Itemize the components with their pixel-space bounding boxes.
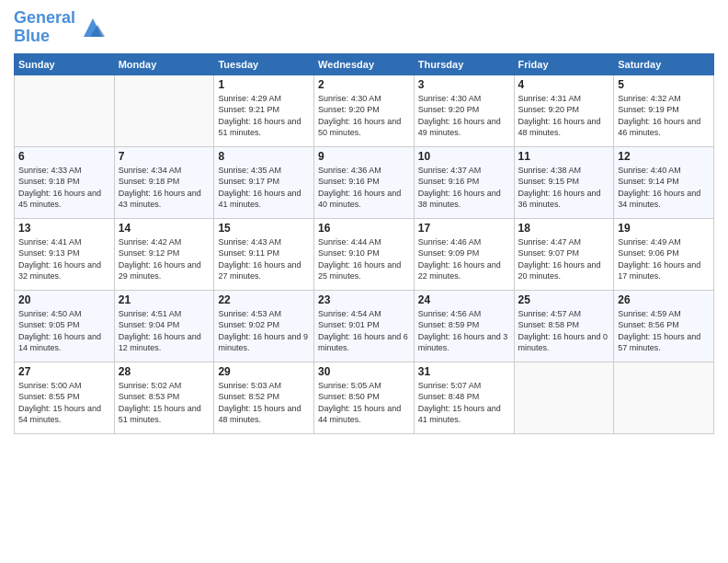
calendar-cell: 9Sunrise: 4:36 AM Sunset: 9:16 PM Daylig… xyxy=(314,146,415,218)
day-number: 4 xyxy=(518,78,610,91)
day-number: 31 xyxy=(418,365,510,378)
day-info: Sunrise: 4:34 AM Sunset: 9:18 PM Dayligh… xyxy=(119,165,210,211)
day-info: Sunrise: 4:32 AM Sunset: 9:19 PM Dayligh… xyxy=(618,93,710,139)
day-number: 15 xyxy=(218,222,310,235)
day-info: Sunrise: 4:41 AM Sunset: 9:13 PM Dayligh… xyxy=(18,236,110,282)
day-info: Sunrise: 4:40 AM Sunset: 9:14 PM Dayligh… xyxy=(618,165,710,211)
calendar-week-1: 1Sunrise: 4:29 AM Sunset: 9:21 PM Daylig… xyxy=(15,75,714,146)
day-number: 12 xyxy=(618,150,710,163)
day-info: Sunrise: 5:07 AM Sunset: 8:48 PM Dayligh… xyxy=(418,380,510,426)
calendar-table: SundayMondayTuesdayWednesdayThursdayFrid… xyxy=(14,53,714,434)
day-info: Sunrise: 4:59 AM Sunset: 8:56 PM Dayligh… xyxy=(618,308,710,354)
header: General Blue xyxy=(14,9,714,46)
calendar-cell: 16Sunrise: 4:44 AM Sunset: 9:10 PM Dayli… xyxy=(314,218,415,290)
calendar-header-row: SundayMondayTuesdayWednesdayThursdayFrid… xyxy=(15,53,714,75)
calendar-cell: 10Sunrise: 4:37 AM Sunset: 9:16 PM Dayli… xyxy=(414,146,514,218)
day-number: 21 xyxy=(119,293,210,306)
calendar-cell: 19Sunrise: 4:49 AM Sunset: 9:06 PM Dayli… xyxy=(614,218,714,290)
day-number: 7 xyxy=(119,150,210,163)
day-info: Sunrise: 4:46 AM Sunset: 9:09 PM Dayligh… xyxy=(418,236,510,282)
calendar-cell xyxy=(114,75,214,146)
day-info: Sunrise: 4:54 AM Sunset: 9:01 PM Dayligh… xyxy=(318,308,410,354)
logo: General Blue xyxy=(14,9,107,46)
calendar-cell xyxy=(15,75,115,146)
calendar-cell: 29Sunrise: 5:03 AM Sunset: 8:52 PM Dayli… xyxy=(214,362,314,433)
calendar-cell: 25Sunrise: 4:57 AM Sunset: 8:58 PM Dayli… xyxy=(514,290,614,362)
day-info: Sunrise: 4:31 AM Sunset: 9:20 PM Dayligh… xyxy=(518,93,610,139)
day-info: Sunrise: 4:36 AM Sunset: 9:16 PM Dayligh… xyxy=(318,165,410,211)
day-number: 30 xyxy=(318,365,410,378)
calendar-cell: 6Sunrise: 4:33 AM Sunset: 9:18 PM Daylig… xyxy=(15,146,115,218)
day-info: Sunrise: 4:51 AM Sunset: 9:04 PM Dayligh… xyxy=(119,308,210,354)
col-header-monday: Monday xyxy=(114,53,214,75)
calendar-week-3: 13Sunrise: 4:41 AM Sunset: 9:13 PM Dayli… xyxy=(15,218,714,290)
page: General Blue SundayMondayTuesdayWednesda… xyxy=(0,0,728,563)
day-number: 24 xyxy=(418,293,510,306)
col-header-tuesday: Tuesday xyxy=(214,53,314,75)
calendar-cell: 15Sunrise: 4:43 AM Sunset: 9:11 PM Dayli… xyxy=(214,218,314,290)
col-header-thursday: Thursday xyxy=(414,53,514,75)
day-number: 22 xyxy=(218,293,310,306)
calendar-cell: 7Sunrise: 4:34 AM Sunset: 9:18 PM Daylig… xyxy=(114,146,214,218)
day-number: 23 xyxy=(318,293,410,306)
calendar-cell: 17Sunrise: 4:46 AM Sunset: 9:09 PM Dayli… xyxy=(414,218,514,290)
calendar-cell: 23Sunrise: 4:54 AM Sunset: 9:01 PM Dayli… xyxy=(314,290,415,362)
calendar-cell: 4Sunrise: 4:31 AM Sunset: 9:20 PM Daylig… xyxy=(514,75,614,146)
calendar-cell: 20Sunrise: 4:50 AM Sunset: 9:05 PM Dayli… xyxy=(15,290,115,362)
day-info: Sunrise: 4:56 AM Sunset: 8:59 PM Dayligh… xyxy=(418,308,510,354)
calendar-week-2: 6Sunrise: 4:33 AM Sunset: 9:18 PM Daylig… xyxy=(15,146,714,218)
day-info: Sunrise: 4:53 AM Sunset: 9:02 PM Dayligh… xyxy=(218,308,310,354)
day-number: 1 xyxy=(218,78,310,91)
day-info: Sunrise: 5:02 AM Sunset: 8:53 PM Dayligh… xyxy=(119,380,210,426)
day-number: 8 xyxy=(218,150,310,163)
calendar-cell: 27Sunrise: 5:00 AM Sunset: 8:55 PM Dayli… xyxy=(15,362,115,433)
calendar-cell: 30Sunrise: 5:05 AM Sunset: 8:50 PM Dayli… xyxy=(314,362,415,433)
logo-icon xyxy=(79,14,107,41)
day-number: 16 xyxy=(318,222,410,235)
calendar-cell: 1Sunrise: 4:29 AM Sunset: 9:21 PM Daylig… xyxy=(214,75,314,146)
calendar-week-5: 27Sunrise: 5:00 AM Sunset: 8:55 PM Dayli… xyxy=(15,362,714,433)
calendar-cell xyxy=(614,362,714,433)
day-number: 2 xyxy=(318,78,410,91)
day-number: 5 xyxy=(618,78,710,91)
calendar-cell: 5Sunrise: 4:32 AM Sunset: 9:19 PM Daylig… xyxy=(614,75,714,146)
day-number: 27 xyxy=(18,365,110,378)
calendar-cell: 28Sunrise: 5:02 AM Sunset: 8:53 PM Dayli… xyxy=(114,362,214,433)
day-info: Sunrise: 4:30 AM Sunset: 9:20 PM Dayligh… xyxy=(418,93,510,139)
day-info: Sunrise: 4:30 AM Sunset: 9:20 PM Dayligh… xyxy=(318,93,410,139)
calendar-cell: 26Sunrise: 4:59 AM Sunset: 8:56 PM Dayli… xyxy=(614,290,714,362)
day-info: Sunrise: 4:50 AM Sunset: 9:05 PM Dayligh… xyxy=(18,308,110,354)
day-info: Sunrise: 4:38 AM Sunset: 9:15 PM Dayligh… xyxy=(518,165,610,211)
col-header-sunday: Sunday xyxy=(15,53,115,75)
logo-blue: Blue xyxy=(14,27,50,45)
day-number: 17 xyxy=(418,222,510,235)
day-number: 26 xyxy=(618,293,710,306)
logo-general: General xyxy=(14,8,75,27)
calendar-cell: 21Sunrise: 4:51 AM Sunset: 9:04 PM Dayli… xyxy=(114,290,214,362)
calendar-week-4: 20Sunrise: 4:50 AM Sunset: 9:05 PM Dayli… xyxy=(15,290,714,362)
calendar-cell xyxy=(514,362,614,433)
day-info: Sunrise: 4:33 AM Sunset: 9:18 PM Dayligh… xyxy=(18,165,110,211)
day-number: 20 xyxy=(18,293,110,306)
day-number: 25 xyxy=(518,293,610,306)
col-header-friday: Friday xyxy=(514,53,614,75)
calendar-cell: 22Sunrise: 4:53 AM Sunset: 9:02 PM Dayli… xyxy=(214,290,314,362)
day-info: Sunrise: 5:00 AM Sunset: 8:55 PM Dayligh… xyxy=(18,380,110,426)
day-info: Sunrise: 4:42 AM Sunset: 9:12 PM Dayligh… xyxy=(119,236,210,282)
day-number: 11 xyxy=(518,150,610,163)
day-info: Sunrise: 4:43 AM Sunset: 9:11 PM Dayligh… xyxy=(218,236,310,282)
day-number: 18 xyxy=(518,222,610,235)
day-info: Sunrise: 5:03 AM Sunset: 8:52 PM Dayligh… xyxy=(218,380,310,426)
day-info: Sunrise: 4:35 AM Sunset: 9:17 PM Dayligh… xyxy=(218,165,310,211)
day-info: Sunrise: 4:49 AM Sunset: 9:06 PM Dayligh… xyxy=(618,236,710,282)
day-number: 6 xyxy=(18,150,110,163)
calendar-cell: 31Sunrise: 5:07 AM Sunset: 8:48 PM Dayli… xyxy=(414,362,514,433)
col-header-wednesday: Wednesday xyxy=(314,53,415,75)
calendar-cell: 2Sunrise: 4:30 AM Sunset: 9:20 PM Daylig… xyxy=(314,75,415,146)
calendar-cell: 3Sunrise: 4:30 AM Sunset: 9:20 PM Daylig… xyxy=(414,75,514,146)
calendar-cell: 8Sunrise: 4:35 AM Sunset: 9:17 PM Daylig… xyxy=(214,146,314,218)
day-number: 9 xyxy=(318,150,410,163)
col-header-saturday: Saturday xyxy=(614,53,714,75)
day-number: 14 xyxy=(119,222,210,235)
day-info: Sunrise: 4:57 AM Sunset: 8:58 PM Dayligh… xyxy=(518,308,610,354)
